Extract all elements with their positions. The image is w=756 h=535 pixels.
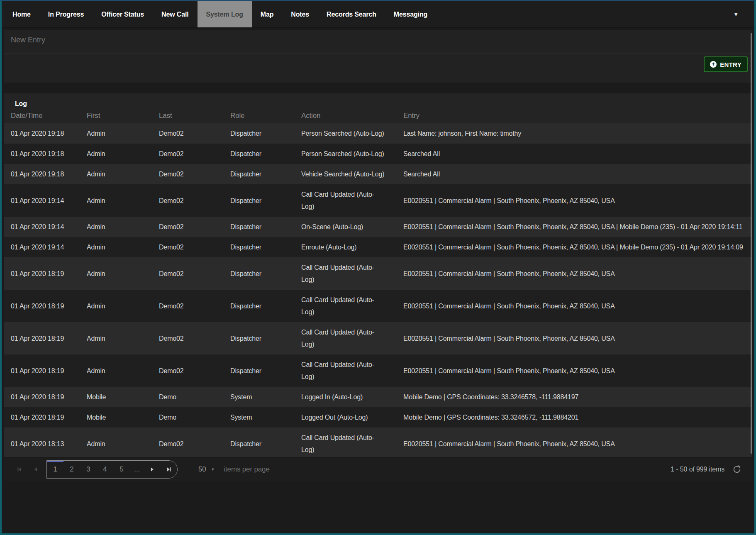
cell-role: Dispatcher (224, 184, 295, 217)
page-button-3[interactable]: 3 (80, 461, 97, 478)
cell-datetime: 01 Apr 2020 18:19 (4, 407, 80, 428)
cell-role: Dispatcher (224, 237, 295, 257)
cell-last: Demo02 (152, 290, 224, 322)
column-header-datetime[interactable]: Date/Time (4, 108, 80, 123)
cell-entry: Mobile Demo | GPS Coordinates: 33.324657… (397, 407, 752, 428)
table-row[interactable]: 01 Apr 2020 19:14 Admin Demo02 Dispatche… (4, 184, 752, 217)
tab-in-progress[interactable]: In Progress (39, 1, 93, 27)
nav-dropdown-caret-icon[interactable]: ▼ (733, 1, 754, 27)
table-row[interactable]: 01 Apr 2020 19:18 Admin Demo02 Dispatche… (4, 123, 752, 144)
table-row[interactable]: 01 Apr 2020 19:18 Admin Demo02 Dispatche… (4, 144, 752, 164)
page-size-select[interactable]: 50 ▼ (198, 465, 215, 474)
cell-action: Person Searched (Auto-Log) (295, 144, 397, 164)
cell-entry: Last Name: johnson, First Name: timothy (397, 123, 752, 144)
cell-first: Mobile (80, 387, 152, 407)
log-panel: Log Date/Time First Last Role Action Ent… (4, 93, 752, 481)
table-row[interactable]: 01 Apr 2020 19:14 Admin Demo02 Dispatche… (4, 237, 752, 257)
cell-first: Admin (80, 217, 152, 237)
tab-map[interactable]: Map (252, 1, 283, 27)
cell-role: Dispatcher (224, 217, 295, 237)
cell-role: Dispatcher (224, 290, 295, 322)
cell-last: Demo02 (152, 237, 224, 257)
column-header-entry[interactable]: Entry (397, 108, 752, 123)
cell-first: Admin (80, 428, 152, 460)
cell-first: Mobile (80, 407, 152, 428)
cell-role: System (224, 407, 295, 428)
cell-last: Demo02 (152, 144, 224, 164)
table-row[interactable]: 01 Apr 2020 18:19 Mobile Demo System Log… (4, 407, 752, 428)
new-entry-panel: + ENTRY (4, 30, 752, 83)
tab-officer-status[interactable]: Officer Status (93, 1, 153, 27)
cell-role: Dispatcher (224, 322, 295, 354)
refresh-icon[interactable] (732, 464, 742, 474)
nav-bar: Home In Progress Officer Status New Call… (2, 1, 754, 28)
tab-home[interactable]: Home (4, 1, 39, 27)
tab-notes[interactable]: Notes (282, 1, 318, 27)
cell-datetime: 01 Apr 2020 19:18 (4, 144, 80, 164)
pager-numbers: 1 2 3 4 5 ... (46, 460, 178, 479)
new-entry-input[interactable] (4, 30, 752, 54)
cell-action: Logged Out (Auto-Log) (295, 407, 397, 428)
last-page-button[interactable] (161, 461, 177, 478)
tab-records-search[interactable]: Records Search (318, 1, 385, 27)
items-per-page-label: items per page (224, 465, 269, 474)
log-header-row: Date/Time First Last Role Action Entry (4, 108, 752, 123)
table-row[interactable]: 01 Apr 2020 18:19 Admin Demo02 Dispatche… (4, 290, 752, 322)
column-header-role[interactable]: Role (224, 108, 295, 123)
cell-first: Admin (80, 322, 152, 354)
cell-last: Demo02 (152, 164, 224, 184)
cell-last: Demo02 (152, 257, 224, 290)
page-size-value: 50 (198, 465, 206, 474)
cell-action: Call Card Updated (Auto- Log) (295, 257, 397, 290)
cell-first: Admin (80, 237, 152, 257)
column-header-first[interactable]: First (80, 108, 152, 123)
cell-entry: E0020551 | Commercial Alarm | South Phoe… (397, 184, 752, 217)
page-button-5[interactable]: 5 (113, 461, 130, 478)
cell-datetime: 01 Apr 2020 19:14 (4, 184, 80, 217)
page-button-4[interactable]: 4 (97, 461, 113, 478)
cell-role: Dispatcher (224, 354, 295, 387)
table-row[interactable]: 01 Apr 2020 19:14 Admin Demo02 Dispatche… (4, 217, 752, 237)
first-page-button[interactable] (11, 460, 27, 479)
tab-messaging[interactable]: Messaging (385, 1, 436, 27)
cell-first: Admin (80, 164, 152, 184)
cell-action: Call Card Updated (Auto- Log) (295, 322, 397, 354)
cell-datetime: 01 Apr 2020 18:19 (4, 257, 80, 290)
table-row[interactable]: 01 Apr 2020 18:13 Admin Demo02 Dispatche… (4, 428, 752, 460)
pager: 1 2 3 4 5 ... 50 ▼ items per page 1 - 50… (4, 457, 752, 481)
table-row[interactable]: 01 Apr 2020 18:19 Mobile Demo System Log… (4, 387, 752, 407)
cell-entry: E0020551 | Commercial Alarm | South Phoe… (397, 217, 752, 237)
cell-last: Demo (152, 407, 224, 428)
prev-page-button[interactable] (27, 460, 44, 479)
column-header-action[interactable]: Action (295, 108, 397, 123)
cell-datetime: 01 Apr 2020 18:19 (4, 354, 80, 387)
cell-action: Call Card Updated (Auto- Log) (295, 428, 397, 460)
scrollbar[interactable] (751, 33, 752, 454)
chevron-down-icon: ▼ (211, 467, 215, 471)
tab-system-log[interactable]: System Log (198, 1, 252, 27)
table-row[interactable]: 01 Apr 2020 18:19 Admin Demo02 Dispatche… (4, 257, 752, 290)
cell-role: System (224, 387, 295, 407)
column-header-last[interactable]: Last (152, 108, 224, 123)
entry-actions-row: + ENTRY (4, 54, 752, 75)
cell-last: Demo02 (152, 217, 224, 237)
table-row[interactable]: 01 Apr 2020 18:19 Admin Demo02 Dispatche… (4, 354, 752, 387)
cell-datetime: 01 Apr 2020 19:18 (4, 123, 80, 144)
next-page-button[interactable] (144, 461, 161, 478)
log-title: Log (4, 93, 752, 108)
table-row[interactable]: 01 Apr 2020 19:18 Admin Demo02 Dispatche… (4, 164, 752, 184)
cell-entry: E0020551 | Commercial Alarm | South Phoe… (397, 428, 752, 460)
cell-datetime: 01 Apr 2020 19:14 (4, 217, 80, 237)
cell-action: Vehicle Searched (Auto-Log) (295, 164, 397, 184)
tab-new-call[interactable]: New Call (153, 1, 198, 27)
cell-role: Dispatcher (224, 144, 295, 164)
cell-datetime: 01 Apr 2020 18:19 (4, 290, 80, 322)
cell-last: Demo02 (152, 354, 224, 387)
page-range-label: 1 - 50 of 999 items (671, 466, 724, 473)
cell-entry: E0020551 | Commercial Alarm | South Phoe… (397, 237, 752, 257)
page-button-1[interactable]: 1 (47, 461, 63, 478)
add-entry-button[interactable]: + ENTRY (704, 56, 748, 72)
cell-last: Demo02 (152, 184, 224, 217)
table-row[interactable]: 01 Apr 2020 18:19 Admin Demo02 Dispatche… (4, 322, 752, 354)
page-button-2[interactable]: 2 (63, 461, 80, 478)
